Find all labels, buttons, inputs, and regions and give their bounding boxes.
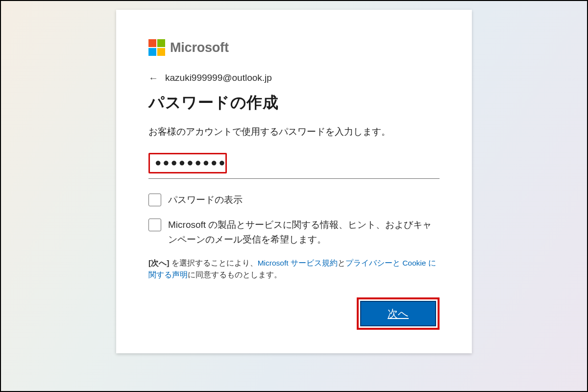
signup-card: Microsoft ← kazuki999999@outlook.jp パスワー…: [116, 10, 472, 353]
show-password-checkbox[interactable]: [148, 194, 161, 206]
agreement-mid: と: [338, 259, 345, 267]
show-password-label: パスワードの表示: [168, 193, 243, 207]
next-button[interactable]: 次へ: [360, 301, 436, 326]
marketing-optin-label: Microsoft の製品とサービスに関する情報、ヒント、およびキャンペーンのメ…: [168, 218, 440, 246]
agreement-bold: [次へ]: [148, 259, 169, 267]
agreement-suffix: に同意するものとします。: [188, 270, 282, 279]
terms-link[interactable]: Microsoft サービス規約: [258, 259, 338, 267]
page-title: パスワードの作成: [148, 92, 440, 114]
microsoft-logo-icon: [148, 39, 165, 56]
account-email: kazuki999999@outlook.jp: [165, 73, 272, 83]
agreement-prefix: を選択することにより、: [169, 259, 257, 267]
brand-name: Microsoft: [170, 40, 229, 55]
brand-row: Microsoft: [148, 39, 440, 56]
marketing-optin-option: Microsoft の製品とサービスに関する情報、ヒント、およびキャンペーンのメ…: [148, 218, 440, 246]
agreement-text: [次へ] を選択することにより、Microsoft サービス規約とプライバシーと…: [148, 257, 440, 281]
password-input[interactable]: ●●●●●●●●●: [148, 153, 227, 173]
actions-row: 次へ: [148, 297, 440, 330]
show-password-option: パスワードの表示: [148, 193, 440, 207]
page-description: お客様のアカウントで使用するパスワードを入力します。: [148, 125, 440, 138]
marketing-optin-checkbox[interactable]: [148, 219, 161, 231]
identity-row: ← kazuki999999@outlook.jp: [148, 73, 440, 83]
password-field-row: ●●●●●●●●●: [148, 153, 440, 179]
back-arrow-icon[interactable]: ←: [148, 73, 158, 83]
next-button-highlight: 次へ: [357, 297, 440, 330]
